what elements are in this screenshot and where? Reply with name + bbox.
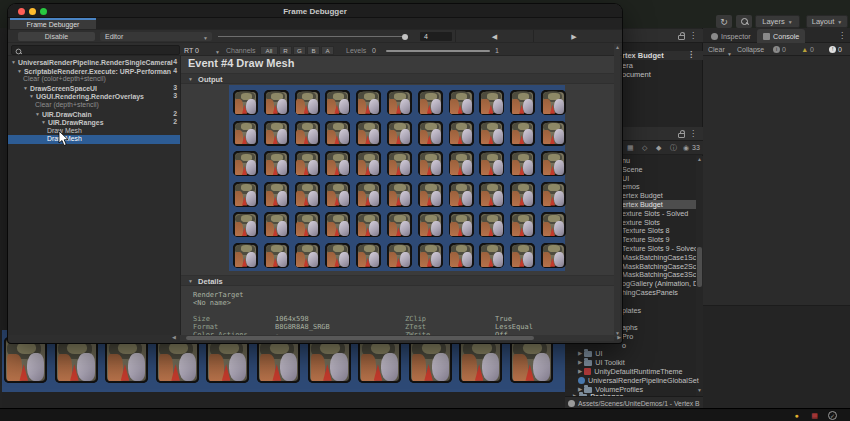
sprite-card [387,151,412,176]
scroll-left-icon[interactable]: ◀ [172,335,176,340]
channel-button-r[interactable]: R [279,46,292,55]
tree-row[interactable]: Clear (color+depth+stencil) [8,75,181,84]
sprite-card [418,90,443,115]
project-tree-row[interactable]: ▶UI [578,349,602,358]
frame-slider-track[interactable] [218,36,406,37]
eye-icon[interactable]: ◉ [683,143,689,153]
kebab-menu-icon[interactable]: ⋮ [689,130,697,138]
sprite-card [510,182,535,207]
sprite-card [308,337,351,383]
channel-button-g[interactable]: G [293,46,306,55]
sprite-card [206,337,249,383]
sprite-card [449,121,474,146]
scroll-up-icon[interactable]: ▲ [697,157,702,162]
tree-row[interactable]: ▼DrawScreenSpaceUI3 [8,84,181,93]
event-count: 2 [173,118,177,127]
lock-icon[interactable] [678,35,685,40]
scroll-up-icon[interactable]: ▲ [615,45,620,50]
tree-row[interactable]: ▼UniversalRenderPipeline.RenderSingleCam… [8,58,181,67]
project-tree-row[interactable]: ▶UI Toolkit [578,358,625,367]
sprite-card [233,212,258,237]
tree-row[interactable]: ▼UIR.DrawRanges2 [8,118,181,127]
horizontal-scrollbar[interactable]: ◀ ▶ [180,335,614,341]
sprite-card [387,90,412,115]
frame-number-field[interactable]: 4 [420,32,452,41]
sprite-card [233,243,258,268]
output-section-header[interactable]: ▼ Output [181,73,614,84]
rt-dropdown[interactable]: RT 0 ▼ [184,46,220,55]
tree-row-selected[interactable]: Draw Mesh [8,135,181,144]
sprite-card [387,243,412,268]
foldout-arrow-icon: ▼ [17,68,22,74]
tree-row[interactable]: ▼UIR.DrawChain2 [8,110,181,119]
error-count[interactable]: ! 0 [829,45,842,54]
scene-asset-icon [568,400,575,407]
clear-button[interactable]: Clear [708,43,725,56]
frame-slider-knob[interactable] [402,34,408,40]
sprite-card [264,182,289,207]
scroll-down-icon[interactable]: ▼ [697,388,702,393]
sprite-card [233,151,258,176]
tab-inspector[interactable]: Inspector [705,29,757,43]
vertical-scrollbar[interactable]: ▲ ▼ [614,44,620,337]
lock-icon[interactable] [678,133,685,138]
tab-frame-debugger[interactable]: Frame Debugger [10,18,96,29]
sprite-card [541,151,566,176]
chevron-down-icon: ▼ [788,19,793,25]
sprite-card [479,151,504,176]
foldout-arrow-icon: ▼ [11,59,16,65]
warning-icon: ▲ [801,43,808,56]
channel-button-a[interactable]: A [321,46,334,55]
foldout-arrow-icon: ▼ [188,278,193,284]
tab-console[interactable]: Console [757,29,805,43]
collapse-button[interactable]: Collapse [737,43,764,56]
progress-check-icon[interactable]: ✓ [828,411,837,420]
search-input[interactable] [11,45,180,55]
project-tree-row[interactable]: UniversalRenderPipelineGlobalSet [578,376,699,385]
target-dropdown[interactable]: Editor ▼ [100,32,212,41]
foldout-arrow-icon: ▶ [578,359,582,365]
sprite-card [479,243,504,268]
window-titlebar[interactable]: Frame Debugger [8,4,622,18]
error-module-icon[interactable]: ▦ [810,411,819,420]
status-bar: ● ▦ ✓ [0,408,850,421]
layout-button[interactable]: Layout▼ [806,15,848,28]
kebab-menu-icon[interactable]: ⋮ [689,32,697,40]
sprite-card [479,182,504,207]
info-count[interactable]: i 0 [773,45,786,54]
kebab-menu-icon[interactable]: ⋮ [838,32,846,40]
channel-button-b[interactable]: B [307,46,320,55]
tree-row[interactable]: ▼ScriptableRenderer.Execute: URP-Perform… [8,67,181,76]
info-icon[interactable]: ⓘ [670,143,677,153]
sprite-card [449,182,474,207]
filter-type-icon[interactable]: ◇ [642,143,647,153]
folder-icon [584,351,592,357]
chevron-down-icon[interactable]: ▼ [727,48,732,61]
sprite-card [356,182,381,207]
levels-min: 0 [372,46,376,55]
sprite-card [325,121,350,146]
scrollbar-thumb[interactable] [186,336,534,340]
sprite-card [233,121,258,146]
sprite-card [449,90,474,115]
collab-history-icon[interactable]: ↻ [716,15,732,28]
scrollbar-thumb[interactable] [697,247,702,287]
warning-count[interactable]: ▲ 0 [801,45,814,54]
grid-view-icon[interactable]: ▦ [627,143,634,153]
disable-button[interactable]: Disable [18,32,95,41]
scroll-right-icon[interactable]: ▶ [617,335,621,340]
project-scrollbar[interactable]: ▲ [696,156,703,396]
kebab-menu-icon[interactable]: ⋮ [687,51,695,59]
tree-row[interactable]: Clear (depth+stencil) [8,101,181,110]
filter-label-icon[interactable]: ◆ [656,143,661,153]
tree-row[interactable]: ▼UGUI.Rendering.RenderOverlays3 [8,92,181,101]
details-section-header[interactable]: ▼ Details [181,275,614,286]
notification-icon[interactable]: ● [792,411,801,420]
levels-slider[interactable] [386,50,490,52]
layers-button[interactable]: Layers▼ [755,15,800,28]
sprite-card [541,212,566,237]
channel-button-all[interactable]: All [260,46,278,55]
tree-row[interactable]: Draw Mesh [8,127,181,136]
project-tree-row[interactable]: ▶UnityDefaultRuntimeTheme [578,367,683,376]
search-icon[interactable] [736,15,752,28]
